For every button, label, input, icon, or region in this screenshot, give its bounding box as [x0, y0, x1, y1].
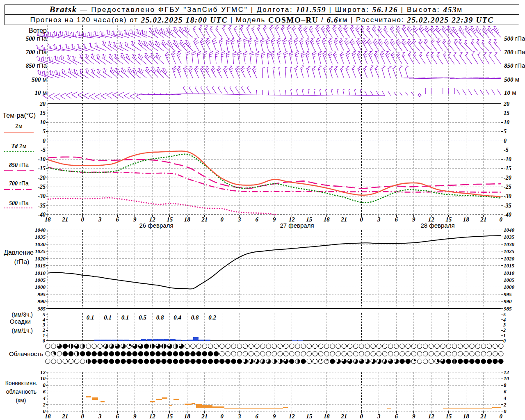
svg-text:2: 2 — [43, 402, 46, 408]
svg-text:6: 6 — [256, 216, 259, 223]
svg-text:1025: 1025 — [35, 248, 46, 254]
svg-text:-30: -30 — [38, 193, 46, 199]
svg-text:6: 6 — [116, 216, 119, 223]
svg-text:12: 12 — [40, 369, 46, 375]
svg-text:0: 0 — [81, 216, 84, 223]
svg-text:5: 5 — [43, 128, 46, 135]
svg-text:995: 995 — [38, 291, 46, 297]
svg-text:-35: -35 — [38, 203, 46, 209]
svg-text:1035: 1035 — [35, 234, 46, 240]
svg-text:5: 5 — [503, 312, 506, 317]
svg-text:-15: -15 — [504, 165, 511, 171]
svg-text:1: 1 — [43, 333, 45, 338]
svg-text:4: 4 — [503, 317, 506, 323]
svg-text:1015: 1015 — [35, 262, 46, 269]
svg-text:6: 6 — [43, 388, 46, 395]
svg-text:3: 3 — [237, 216, 241, 223]
svg-text:0: 0 — [221, 413, 224, 420]
svg-text:3: 3 — [98, 413, 102, 420]
svg-text:21: 21 — [62, 216, 68, 223]
svg-text:18: 18 — [184, 216, 191, 223]
svg-text:10 м: 10 м — [35, 89, 47, 96]
svg-text:18: 18 — [45, 216, 51, 223]
svg-text:6: 6 — [395, 413, 398, 420]
svg-text:2: 2 — [42, 327, 45, 333]
svg-text:995: 995 — [504, 291, 512, 297]
svg-text:1010: 1010 — [504, 270, 515, 276]
svg-text:2м: 2м — [15, 123, 22, 129]
svg-text:27 февраля: 27 февраля — [280, 222, 314, 229]
svg-text:6: 6 — [395, 216, 398, 223]
svg-text:990: 990 — [504, 298, 512, 304]
svg-text:1015: 1015 — [504, 262, 515, 269]
svg-text:21: 21 — [201, 216, 208, 223]
svg-text:500 гПа: 500 гПа — [504, 35, 525, 42]
svg-text:500 гПа: 500 гПа — [9, 200, 29, 206]
svg-text:Осадки: Осадки — [10, 318, 31, 325]
svg-text:10: 10 — [40, 119, 46, 126]
svg-text:850 гПа: 850 гПа — [9, 162, 29, 168]
svg-text:4: 4 — [503, 395, 507, 401]
svg-text:облачность: облачность — [6, 388, 37, 395]
svg-text:21: 21 — [62, 413, 68, 420]
svg-text:8: 8 — [504, 382, 507, 388]
svg-text:1040: 1040 — [35, 227, 46, 233]
svg-text:0: 0 — [504, 408, 507, 414]
svg-text:5: 5 — [43, 312, 45, 317]
svg-text:(мм/3ч.): (мм/3ч.) — [12, 311, 33, 318]
svg-text:10 м: 10 м — [504, 89, 516, 96]
svg-text:3: 3 — [503, 322, 506, 328]
svg-text:500 гПа: 500 гПа — [26, 35, 47, 42]
svg-text:0.4: 0.4 — [173, 314, 181, 321]
svg-text:Td 2м: Td 2м — [11, 143, 27, 149]
svg-text:9: 9 — [133, 413, 137, 420]
svg-text:4: 4 — [43, 395, 46, 401]
svg-text:3: 3 — [377, 413, 381, 420]
svg-text:15: 15 — [167, 413, 173, 420]
svg-text:0: 0 — [43, 138, 46, 144]
svg-text:1005: 1005 — [504, 277, 515, 283]
svg-text:1030: 1030 — [35, 241, 46, 247]
svg-text:1: 1 — [503, 333, 506, 338]
svg-text:1000: 1000 — [35, 284, 46, 290]
svg-text:850 гПа: 850 гПа — [26, 62, 47, 69]
svg-text:-25: -25 — [38, 184, 46, 190]
svg-text:21: 21 — [340, 413, 347, 420]
svg-text:6: 6 — [256, 413, 259, 420]
svg-text:1005: 1005 — [35, 277, 46, 283]
svg-text:(км): (км) — [16, 397, 26, 404]
svg-text:15: 15 — [504, 110, 509, 116]
svg-text:Тем-ра(°C): Тем-ра(°C) — [2, 112, 36, 119]
svg-text:20: 20 — [39, 101, 46, 107]
svg-text:-10: -10 — [504, 156, 511, 162]
svg-text:21: 21 — [480, 216, 486, 223]
svg-text:0.1: 0.1 — [121, 314, 129, 321]
svg-text:8: 8 — [43, 382, 46, 388]
svg-text:Облачность: Облачность — [9, 350, 43, 357]
svg-text:4: 4 — [42, 317, 45, 323]
svg-text:Конвективн.: Конвективн. — [5, 380, 37, 386]
svg-text:-15: -15 — [38, 165, 46, 171]
svg-text:18: 18 — [463, 216, 470, 223]
svg-text:12: 12 — [149, 413, 156, 420]
svg-text:18: 18 — [324, 216, 330, 223]
svg-text:1010: 1010 — [35, 270, 46, 276]
svg-text:3: 3 — [237, 413, 241, 420]
svg-text:985: 985 — [504, 306, 512, 312]
svg-text:10: 10 — [504, 119, 509, 126]
svg-text:9: 9 — [412, 216, 415, 223]
svg-text:18: 18 — [324, 413, 330, 420]
svg-text:1035: 1035 — [504, 234, 515, 240]
svg-text:0.8: 0.8 — [156, 314, 164, 321]
svg-text:-20: -20 — [38, 175, 46, 181]
svg-text:0.1: 0.1 — [104, 314, 112, 321]
svg-text:5: 5 — [504, 128, 507, 135]
svg-text:15: 15 — [40, 110, 46, 116]
svg-text:28 февраля: 28 февраля — [420, 222, 454, 229]
svg-text:700 гПа: 700 гПа — [9, 180, 29, 187]
svg-text:21: 21 — [201, 413, 208, 420]
svg-text:20: 20 — [503, 101, 509, 107]
svg-text:2: 2 — [503, 402, 507, 408]
svg-text:850 гПа: 850 гПа — [504, 62, 525, 69]
svg-text:0: 0 — [81, 413, 84, 420]
